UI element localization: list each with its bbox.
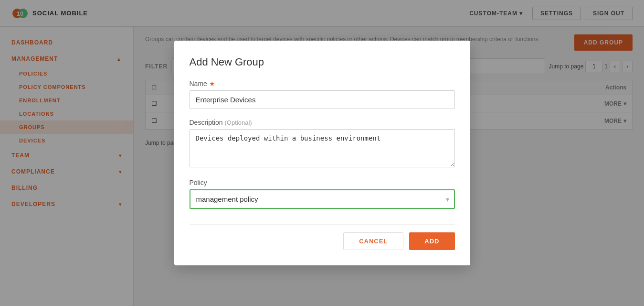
modal-title: Add New Group — [190, 56, 455, 68]
policy-label: Policy — [190, 179, 455, 186]
policy-select[interactable]: management policy — [190, 189, 455, 209]
group-name-input[interactable] — [190, 90, 455, 109]
modal-dialog: Add New Group Name ★ Description (Option… — [174, 41, 470, 265]
required-indicator: ★ — [209, 80, 215, 87]
modal-footer: CANCEL ADD — [190, 224, 455, 250]
name-field-group: Name ★ — [190, 80, 455, 109]
policy-select-wrapper: management policy ▾ — [190, 189, 455, 209]
modal-overlay: Add New Group Name ★ Description (Option… — [0, 0, 644, 306]
description-label: Description (Optional) — [190, 119, 455, 126]
name-label: Name ★ — [190, 80, 455, 87]
optional-text: (Optional) — [225, 119, 252, 126]
add-button[interactable]: ADD — [409, 232, 454, 250]
description-textarea[interactable] — [190, 129, 455, 167]
description-field-group: Description (Optional) — [190, 119, 455, 169]
cancel-button[interactable]: CANCEL — [343, 232, 403, 250]
policy-field-group: Policy management policy ▾ — [190, 179, 455, 209]
